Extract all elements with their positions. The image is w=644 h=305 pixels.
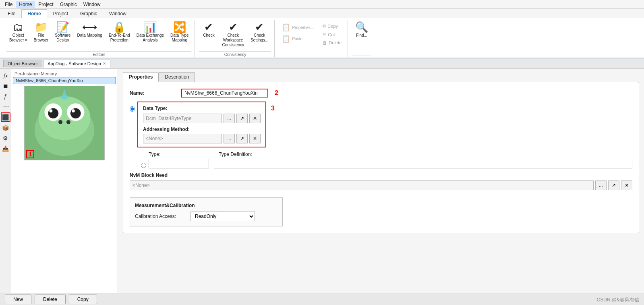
type-labels-row: Type: Type Definition: xyxy=(149,151,632,157)
left-icon-btn-2[interactable]: ◼ xyxy=(1,81,10,91)
ribbon-group-find: 🔍 Find... xyxy=(349,20,375,57)
check-button[interactable]: ✔ Check xyxy=(199,20,218,40)
find-icon: 🔍 xyxy=(355,22,368,32)
end-to-end-button[interactable]: 🔒 End-To-EndProtection xyxy=(106,20,133,45)
ribbon-group-edit: 📋 Properties... 📋 Paste ⧉ Copy ✂ Cut xyxy=(275,20,348,57)
delete-button[interactable]: Delete xyxy=(35,295,66,304)
menu-bar: File Home Project Graphic Window xyxy=(0,0,644,9)
svg-point-6 xyxy=(70,108,81,118)
nvm-block-clear-btn[interactable]: ✕ xyxy=(621,181,632,190)
left-icon-btn-1[interactable]: 𝑓𝑥 xyxy=(1,71,10,80)
type-definition-input[interactable] xyxy=(214,159,632,168)
data-type-mapping-button[interactable]: 🔀 Data TypeMapping xyxy=(168,20,191,45)
svg-point-7 xyxy=(49,109,52,112)
software-design-icon: 📝 xyxy=(56,22,69,32)
addressing-clear-btn[interactable]: ✕ xyxy=(249,134,261,143)
find-button[interactable]: 🔍 Find... xyxy=(352,20,371,40)
data-exchange-button[interactable]: 📊 Data ExchangeAnalysis xyxy=(134,20,167,45)
software-design-button[interactable]: 📝 SoftwareDesign xyxy=(52,20,73,45)
nvm-block-field-row: ... ↗ ✕ xyxy=(130,181,632,190)
left-icon-btn-6[interactable]: 📦 xyxy=(1,123,10,133)
type-radio[interactable] xyxy=(141,163,146,168)
data-type-browse-btn[interactable]: ... xyxy=(224,114,235,123)
watermark: CSDN @&春风有信 xyxy=(596,297,639,303)
consistency-group-label: Consistency xyxy=(199,51,271,57)
software-design-label: SoftwareDesign xyxy=(55,33,70,43)
left-icon-bar: 𝑓𝑥 ◼ ƒ 〰 ⬛ 📦 ⚙ 📤 xyxy=(0,69,11,305)
data-mapping-label: Data Mapping xyxy=(77,33,102,38)
menu-graphic[interactable]: Graphic xyxy=(57,1,80,8)
calibration-access-select[interactable]: ReadOnly ReadWrite None xyxy=(191,212,255,221)
ribbon-tab-file[interactable]: File xyxy=(2,9,21,18)
find-label: Find... xyxy=(356,33,367,38)
data-type-clear-btn[interactable]: ✕ xyxy=(249,114,261,123)
delete-ribbon-icon: 🗑 xyxy=(323,40,327,45)
find-group-label xyxy=(352,56,371,57)
nvm-block-input[interactable] xyxy=(130,181,594,190)
left-icon-btn-3[interactable]: ƒ xyxy=(1,91,10,101)
sidebar-selected-item[interactable]: NvMShw_6666_ChunFengYouXin xyxy=(13,77,116,84)
delete-ribbon-button[interactable]: 🗑 Delete xyxy=(320,39,344,46)
tab-appdiag[interactable]: AppDiag - Software Design ✕ xyxy=(43,60,110,68)
data-type-box: Data Type: Dcm_Data4ByteType ... ↗ ✕ Add… xyxy=(137,102,266,147)
paste-icon: 📋 xyxy=(282,35,290,42)
data-exchange-icon: 📊 xyxy=(144,22,157,32)
paste-button[interactable]: 📋 Paste xyxy=(279,33,317,44)
properties-tabs: Properties Description xyxy=(118,69,644,82)
object-browser-label: ObjectBrowser ▾ xyxy=(9,33,27,43)
sidebar-item-label: NvMShw_6666_ChunFengYouXin xyxy=(16,78,83,83)
object-browser-button[interactable]: 🗂 ObjectBrowser ▾ xyxy=(6,20,30,45)
object-browser-icon: 🗂 xyxy=(13,22,23,32)
nvm-block-browse-btn[interactable]: ... xyxy=(595,181,607,190)
data-type-field-row: Dcm_Data4ByteType ... ↗ ✕ xyxy=(143,114,261,123)
tab-object-browser[interactable]: Object Browser xyxy=(3,60,42,67)
menu-home[interactable]: Home xyxy=(16,1,35,8)
mc-row: Calibration Access: ReadOnly ReadWrite N… xyxy=(135,212,277,221)
prop-tab-description[interactable]: Description xyxy=(159,72,195,82)
menu-project[interactable]: Project xyxy=(35,1,56,8)
properties-button[interactable]: 📋 Properties... xyxy=(279,22,317,33)
file-browser-button[interactable]: 📁 FileBrowser xyxy=(31,20,51,45)
copy-button[interactable]: Copy xyxy=(69,295,97,304)
addressing-browse-btn[interactable]: ... xyxy=(224,134,235,143)
name-value-box: NvMShw_6666_ChunFengYouXin xyxy=(181,89,268,98)
check-workspace-button[interactable]: ✔ CheckWorkspaceConsistency xyxy=(219,20,246,50)
data-type-nav-btn[interactable]: ↗ xyxy=(236,114,248,123)
data-type-input[interactable]: Dcm_Data4ByteType xyxy=(143,114,222,123)
data-mapping-button[interactable]: ⟷ Data Mapping xyxy=(75,20,105,40)
cut-ribbon-button[interactable]: ✂ Cut xyxy=(320,31,344,38)
addressing-nav-btn[interactable]: ↗ xyxy=(236,134,248,143)
ribbon-tab-graphic[interactable]: Graphic xyxy=(74,9,103,18)
addressing-method-input[interactable] xyxy=(143,134,222,143)
nvm-block-nav-btn[interactable]: ↗ xyxy=(608,181,619,190)
tab-bar: Object Browser AppDiag - Software Design… xyxy=(0,58,644,69)
data-exchange-label: Data ExchangeAnalysis xyxy=(137,33,164,43)
file-browser-label: FileBrowser xyxy=(33,33,48,43)
mc-section: Measurement&Calibration Calibration Acce… xyxy=(130,197,283,226)
svg-point-5 xyxy=(48,108,58,118)
type-input[interactable] xyxy=(149,159,209,168)
data-type-mapping-icon: 🔀 xyxy=(173,22,186,32)
sidebar: Per-Instance Memory NvMShw_6666_ChunFeng… xyxy=(11,69,118,305)
prop-tab-properties[interactable]: Properties xyxy=(123,72,159,82)
annotation-2: 2 xyxy=(275,89,278,97)
menu-window[interactable]: Window xyxy=(80,1,104,8)
close-tab-icon[interactable]: ✕ xyxy=(103,61,106,66)
menu-file[interactable]: File xyxy=(2,1,16,8)
copy-ribbon-button[interactable]: ⧉ Copy xyxy=(320,22,344,30)
left-icon-btn-8[interactable]: 📤 xyxy=(1,144,10,154)
new-button[interactable]: New xyxy=(5,295,31,304)
check-workspace-label: CheckWorkspaceConsistency xyxy=(222,33,244,48)
paste-label: Paste xyxy=(292,37,302,41)
ribbon-tab-window[interactable]: Window xyxy=(103,9,133,18)
check-settings-button[interactable]: ✔ CheckSettings... xyxy=(248,20,271,45)
data-type-radio[interactable] xyxy=(130,106,135,112)
consistency-buttons: ✔ Check ✔ CheckWorkspaceConsistency ✔ Ch… xyxy=(199,20,271,50)
left-icon-btn-4[interactable]: 〰 xyxy=(1,102,10,112)
frog-image: 1 xyxy=(24,86,105,160)
ribbon-tab-project[interactable]: Project xyxy=(47,9,74,18)
ribbon-tab-home[interactable]: Home xyxy=(21,9,47,18)
left-icon-btn-7[interactable]: ⚙ xyxy=(1,133,10,143)
ribbon-tabs: File Home Project Graphic Window xyxy=(0,9,644,18)
left-icon-btn-5[interactable]: ⬛ xyxy=(1,112,10,122)
